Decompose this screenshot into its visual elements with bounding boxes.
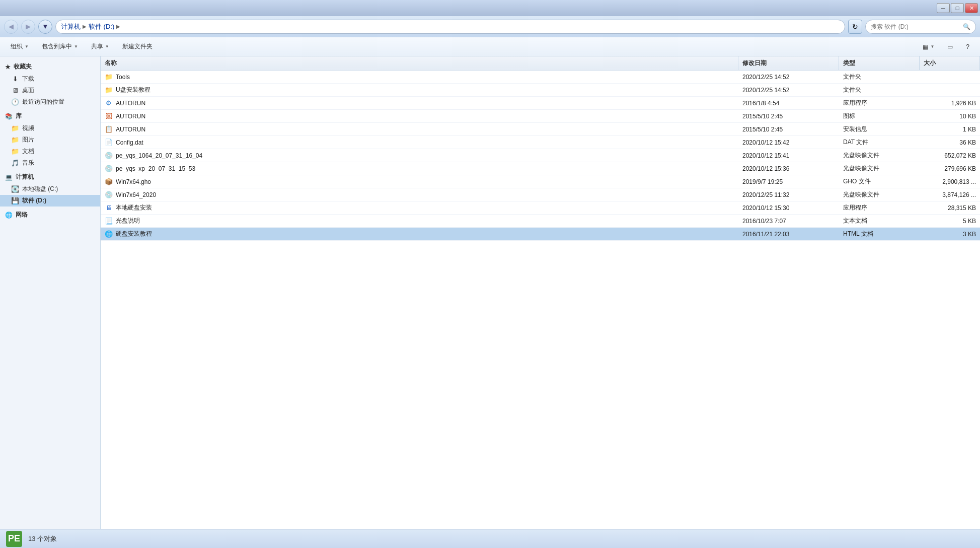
file-name-cell: 🌐硬盘安装教程 [101, 230, 738, 238]
file-name: 硬盘安装教程 [116, 230, 152, 238]
file-name-cell: 📋AUTORUN [101, 125, 738, 133]
sidebar-item-music[interactable]: 🎵 音乐 [0, 157, 100, 169]
sidebar-item-desktop[interactable]: 🖥 桌面 [0, 85, 100, 96]
maximize-button[interactable]: □ [951, 3, 964, 13]
table-row[interactable]: ⚙AUTORUN2016/1/8 4:54应用程序1,926 KB [101, 97, 980, 110]
back-button[interactable]: ◀ [4, 20, 18, 34]
music-label: 音乐 [22, 159, 34, 167]
file-type-icon: 🌐 [105, 230, 113, 238]
file-date-cell: 2020/10/12 15:36 [738, 165, 839, 172]
new-folder-label: 新建文件夹 [122, 42, 153, 51]
sidebar-item-video[interactable]: 📁 视频 [0, 122, 100, 134]
file-name: AUTORUN [116, 113, 145, 120]
documents-label: 文档 [22, 147, 34, 156]
column-date[interactable]: 修改日期 [738, 56, 839, 70]
close-button[interactable]: ✕ [965, 3, 978, 13]
file-type-icon: ⚙ [105, 99, 113, 107]
sidebar-item-download[interactable]: ⬇ 下载 [0, 73, 100, 85]
library-label: 库 [16, 112, 22, 120]
column-type[interactable]: 类型 [839, 56, 920, 70]
file-size-cell: 5 KB [920, 218, 980, 225]
computer-title[interactable]: 💻 计算机 [0, 171, 100, 183]
documents-icon: 📁 [11, 148, 19, 156]
recent-icon: 🕐 [11, 98, 19, 106]
breadcrumb-drive[interactable]: 软件 (D:) [89, 22, 114, 31]
table-row[interactable]: 📃光盘说明2016/10/23 7:07文本文档5 KB [101, 215, 980, 228]
file-date-cell: 2015/5/10 2:45 [738, 113, 839, 120]
titlebar: ─ □ ✕ [0, 0, 980, 16]
search-input[interactable] [871, 23, 960, 30]
share-button[interactable]: 共享 ▼ [86, 40, 115, 54]
library-title[interactable]: 📚 库 [0, 110, 100, 122]
table-row[interactable]: 📁U盘安装教程2020/12/25 14:52文件夹 [101, 84, 980, 97]
organize-label: 组织 [11, 42, 23, 51]
sidebar-item-pictures[interactable]: 📁 图片 [0, 134, 100, 146]
preview-icon: ▭ [947, 43, 953, 50]
table-row[interactable]: 📦Win7x64.gho2019/9/7 19:25GHO 文件2,900,81… [101, 175, 980, 188]
file-name-cell: 📁Tools [101, 73, 738, 81]
file-type-cell: 光盘映像文件 [839, 190, 920, 199]
column-name[interactable]: 名称 [101, 56, 738, 70]
table-row[interactable]: 💿pe_yqs_1064_20_07_31_16_042020/10/12 15… [101, 149, 980, 162]
file-date-cell: 2020/12/25 14:52 [738, 74, 839, 81]
file-size-cell: 10 KB [920, 113, 980, 120]
search-box[interactable]: 🔍 [865, 20, 976, 34]
network-title[interactable]: 🌐 网络 [0, 209, 100, 221]
preview-pane-button[interactable]: ▭ [942, 40, 958, 54]
table-row[interactable]: 💿pe_yqs_xp_20_07_31_15_532020/10/12 15:3… [101, 162, 980, 175]
drive-d-label: 软件 (D:) [22, 196, 46, 205]
file-size-cell: 28,315 KB [920, 204, 980, 212]
star-icon: ★ [5, 63, 11, 71]
table-row[interactable]: 📁Tools2020/12/25 14:52文件夹 [101, 71, 980, 84]
organize-button[interactable]: 组织 ▼ [5, 40, 34, 54]
file-date-cell: 2020/10/12 15:30 [738, 204, 839, 212]
recent-button[interactable]: ▼ [38, 20, 52, 34]
statusbar: PE 13 个对象 [0, 529, 980, 548]
file-date-cell: 2016/11/21 22:03 [738, 231, 839, 238]
address-bar[interactable]: 计算机 ▶ 软件 (D:) ▶ [55, 20, 845, 34]
logo-text: PE [8, 533, 20, 544]
file-name: Win7x64.gho [116, 178, 151, 185]
new-folder-button[interactable]: 新建文件夹 [117, 40, 158, 54]
table-row[interactable]: 🖥本地硬盘安装2020/10/12 15:30应用程序28,315 KB [101, 201, 980, 215]
table-row[interactable]: 🖼AUTORUN2015/5/10 2:45图标10 KB [101, 110, 980, 123]
filelist-header: 名称 修改日期 类型 大小 [101, 56, 980, 71]
file-type-icon: 🖥 [105, 204, 113, 212]
file-name: AUTORUN [116, 100, 145, 107]
file-date-cell: 2020/10/12 15:42 [738, 139, 839, 146]
view-icon: ▦ [923, 43, 928, 50]
help-button[interactable]: ? [960, 40, 975, 54]
breadcrumb-arrow2: ▶ [116, 24, 120, 29]
file-name-cell: 💿pe_yqs_1064_20_07_31_16_04 [101, 152, 738, 160]
table-row[interactable]: 📋AUTORUN2015/5/10 2:45安装信息1 KB [101, 123, 980, 136]
file-type-icon: 📃 [105, 217, 113, 225]
breadcrumb-computer[interactable]: 计算机 [61, 22, 81, 31]
video-label: 视频 [22, 124, 34, 132]
favorites-section: ★ 收藏夹 ⬇ 下载 🖥 桌面 🕐 最近访问的位置 [0, 60, 100, 108]
sidebar-item-recent[interactable]: 🕐 最近访问的位置 [0, 96, 100, 108]
refresh-button[interactable]: ↻ [848, 20, 862, 34]
desktop-icon: 🖥 [11, 87, 19, 95]
file-type-icon: 💿 [105, 152, 113, 160]
sidebar-item-drive-d[interactable]: 💾 软件 (D:) [0, 195, 100, 207]
favorites-title[interactable]: ★ 收藏夹 [0, 60, 100, 73]
view-options-button[interactable]: ▦ ▼ [917, 40, 940, 54]
pictures-icon: 📁 [11, 136, 19, 144]
view-arrow-icon: ▼ [930, 44, 934, 49]
table-row[interactable]: 🌐硬盘安装教程2016/11/21 22:03HTML 文档3 KB [101, 228, 980, 241]
file-date-cell: 2020/12/25 11:32 [738, 191, 839, 198]
table-row[interactable]: 📄Config.dat2020/10/12 15:42DAT 文件36 KB [101, 136, 980, 149]
table-row[interactable]: 💿Win7x64_20202020/12/25 11:32光盘映像文件3,874… [101, 188, 980, 201]
file-date-cell: 2016/1/8 4:54 [738, 100, 839, 107]
library-section: 📚 库 📁 视频 📁 图片 📁 文档 🎵 音乐 [0, 110, 100, 169]
addressbar: ◀ ▶ ▼ 计算机 ▶ 软件 (D:) ▶ ↻ 🔍 [0, 16, 980, 37]
include-library-button[interactable]: 包含到库中 ▼ [36, 40, 84, 54]
minimize-button[interactable]: ─ [937, 3, 950, 13]
column-size[interactable]: 大小 [920, 56, 980, 70]
forward-button[interactable]: ▶ [21, 20, 35, 34]
library-icon: 📚 [5, 113, 13, 120]
file-type-icon: 📋 [105, 125, 113, 133]
sidebar-item-drive-c[interactable]: 💽 本地磁盘 (C:) [0, 183, 100, 195]
file-date-cell: 2020/12/25 14:52 [738, 87, 839, 94]
sidebar-item-documents[interactable]: 📁 文档 [0, 146, 100, 157]
